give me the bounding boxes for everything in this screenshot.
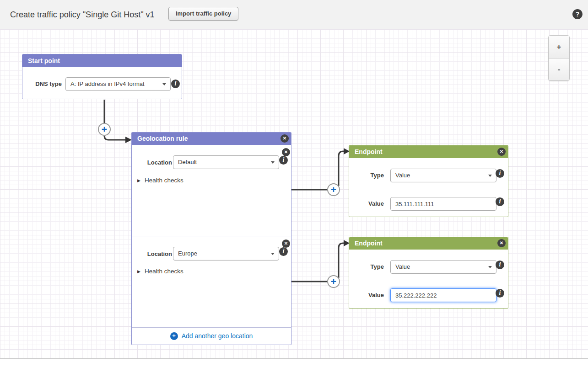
chevron-down-icon <box>488 266 492 268</box>
type-label: Type <box>358 172 384 179</box>
add-endpoint-plus-button[interactable]: + <box>327 275 340 288</box>
close-icon[interactable]: ✕ <box>497 148 506 156</box>
dns-type-info-icon[interactable]: i <box>171 80 180 88</box>
location-select[interactable]: Europe <box>173 247 279 261</box>
chevron-down-icon <box>162 83 166 85</box>
endpoint-type-select[interactable]: Value <box>390 260 496 274</box>
value-label: Value <box>358 292 384 298</box>
dns-type-selected-value: A: IP address in IPv4 format <box>70 80 145 87</box>
endpoint-node-2: Endpoint ✕ Type Value i Value i <box>349 237 508 309</box>
endpoint-node-1: Endpoint ✕ Type Value i Value i <box>349 145 508 217</box>
dns-type-label: DNS type <box>22 80 62 87</box>
location-label: Location <box>136 250 172 257</box>
add-endpoint-plus-button[interactable]: + <box>327 183 340 196</box>
top-header-bar: Create traffic policy "Single Git Host" … <box>0 0 588 29</box>
dns-type-select[interactable]: A: IP address in IPv4 format <box>65 77 171 91</box>
chevron-down-icon <box>271 253 275 255</box>
policy-canvas: + - Start point DNS type A: IP address i… <box>0 29 588 359</box>
triangle-right-icon: ▶ <box>137 269 140 274</box>
triangle-right-icon: ▶ <box>137 178 140 183</box>
value-info-icon[interactable]: i <box>496 289 504 298</box>
add-geo-label: Add another geo location <box>182 332 253 340</box>
health-checks-expander[interactable]: ▶ Health checks <box>137 268 183 275</box>
geolocation-rule-header: Geolocation rule ✕ <box>132 133 291 145</box>
geolocation-rule-node: Geolocation rule ✕ ✕ Location Default i … <box>131 132 291 345</box>
close-icon[interactable]: ✕ <box>282 148 290 156</box>
close-icon[interactable]: ✕ <box>282 239 290 248</box>
help-icon[interactable]: ? <box>572 9 583 19</box>
zoom-in-button[interactable]: + <box>549 36 569 58</box>
add-rule-plus-button[interactable]: + <box>98 123 111 136</box>
endpoint-value-input[interactable] <box>390 288 496 302</box>
chevron-down-icon <box>488 175 492 177</box>
close-icon[interactable]: ✕ <box>281 134 289 143</box>
location-selected-value: Default <box>178 159 197 165</box>
health-checks-label: Health checks <box>145 177 183 184</box>
plus-icon: + <box>170 332 178 340</box>
endpoint-header: Endpoint ✕ <box>349 146 508 158</box>
endpoint-type-select[interactable]: Value <box>390 169 496 182</box>
start-point-node: Start point DNS type A: IP address in IP… <box>22 54 182 99</box>
value-label: Value <box>358 200 384 207</box>
type-selected-value: Value <box>395 263 410 270</box>
endpoint-title: Endpoint <box>355 148 383 155</box>
health-checks-label: Health checks <box>145 268 183 275</box>
zoom-controls: + - <box>548 35 570 81</box>
location-select[interactable]: Default <box>173 155 279 169</box>
import-traffic-policy-button[interactable]: Import traffic policy <box>168 7 238 21</box>
traffic-policy-editor: Create traffic policy "Single Git Host" … <box>0 0 588 383</box>
type-selected-value: Value <box>395 172 410 179</box>
start-point-header: Start point <box>22 54 182 67</box>
type-label: Type <box>358 263 384 270</box>
endpoint-header: Endpoint ✕ <box>349 237 508 250</box>
page-title: Create traffic policy "Single Git Host" … <box>10 10 155 20</box>
zoom-out-button[interactable]: - <box>549 58 569 80</box>
location-selected-value: Europe <box>178 250 197 257</box>
close-icon[interactable]: ✕ <box>497 239 506 247</box>
add-another-geo-location-link[interactable]: + Add another geo location <box>132 327 291 345</box>
footer-bar: Cancel Create traffic policy <box>0 359 588 383</box>
geo-section-default: ✕ Location Default i ▶ Health checks <box>132 145 291 236</box>
geo-section-europe: ✕ Location Europe i ▶ Health checks <box>132 236 291 327</box>
type-info-icon[interactable]: i <box>496 261 504 269</box>
chevron-down-icon <box>271 161 275 164</box>
location-info-icon[interactable]: i <box>279 247 288 256</box>
value-info-icon[interactable]: i <box>496 197 504 206</box>
endpoint-title: Endpoint <box>355 239 383 247</box>
health-checks-expander[interactable]: ▶ Health checks <box>137 177 183 184</box>
location-label: Location <box>136 159 172 166</box>
location-info-icon[interactable]: i <box>279 156 288 165</box>
geolocation-rule-title: Geolocation rule <box>137 135 188 142</box>
endpoint-value-input[interactable] <box>390 197 496 211</box>
type-info-icon[interactable]: i <box>496 169 504 178</box>
